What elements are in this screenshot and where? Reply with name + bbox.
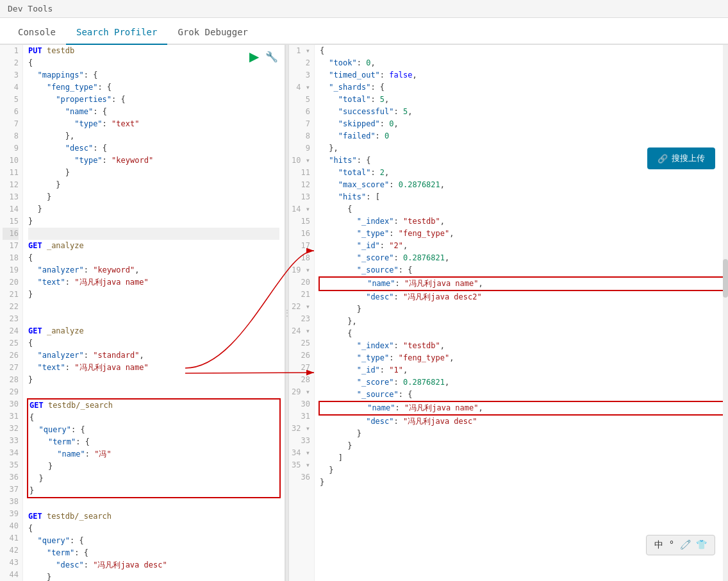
ln-30: 30 (3, 398, 19, 410)
ln-16: 16 (3, 228, 19, 240)
out-line-36: } (320, 476, 723, 489)
ln-4: 4 (3, 81, 19, 94)
output-content[interactable]: 1 ▾ 2 3 4 ▾ 5 6 7 8 9 10 ▾ 11 12 13 14 ▾… (289, 45, 728, 581)
editor-content[interactable]: 1 2 3 4 5 6 7 8 9 10 11 12 13 14 15 16 1… (0, 45, 285, 581)
oln-20: 20 (292, 276, 310, 289)
code-line-33: "term": { (29, 436, 278, 448)
ln-40: 40 (3, 520, 19, 532)
oln-1: 1 ▾ (292, 45, 310, 57)
ln-32: 32 (3, 423, 19, 435)
out-line-18: "_score": 0.2876821, (320, 252, 723, 264)
tab-search-profiler[interactable]: Search Profiler (66, 21, 167, 45)
oln-29: 29 ▾ (292, 386, 310, 398)
oln-22: 22 ▾ (292, 301, 310, 313)
tab-bar: Console Search Profiler Grok Debugger (0, 18, 728, 45)
ln-24: 24 (3, 325, 19, 337)
ln-34: 34 (3, 447, 19, 459)
code-line-24: GET _analyze (28, 325, 279, 337)
oln-32: 32 ▾ (292, 423, 310, 435)
editor-line-numbers: 1 2 3 4 5 6 7 8 9 10 11 12 13 14 15 16 1… (0, 45, 23, 581)
oln-24: 24 ▾ (292, 325, 310, 337)
upload-icon: 🔗 (658, 154, 668, 164)
oln-23: 23 (292, 313, 310, 325)
output-panel: 🔗 搜搜上传 中 ° 🧷 👕 1 ▾ 2 3 4 ▾ 5 6 7 8 9 10 … (289, 45, 728, 581)
code-line-14: } (28, 203, 279, 215)
tab-grok-debugger[interactable]: Grok Debugger (167, 21, 258, 45)
code-line-18: { (28, 252, 279, 264)
code-line-2: { (28, 57, 279, 69)
oln-3: 3 (292, 69, 310, 81)
oln-21: 21 (292, 289, 310, 301)
oln-5: 5 (292, 94, 310, 106)
oln-33: 33 (292, 435, 310, 447)
oln-9: 9 (292, 142, 310, 155)
code-line-41: "query": { (28, 535, 279, 547)
ln-25: 25 (3, 337, 19, 349)
code-line-12: } (28, 179, 279, 191)
ln-7: 7 (3, 118, 19, 130)
out-line-32: } (320, 428, 723, 440)
code-line-11: } (28, 167, 279, 179)
code-line-7: "type": "text" (28, 118, 279, 130)
ln-5: 5 (3, 94, 19, 106)
out-line-26: "_type": "feng_type", (320, 352, 723, 364)
code-line-30: GET testdb/_search (29, 400, 278, 412)
upload-button[interactable]: 🔗 搜搜上传 (647, 147, 715, 169)
oln-4: 4 ▾ (292, 81, 310, 94)
output-box-2: "name": "冯凡利java name", (318, 401, 724, 416)
ln-6: 6 (3, 106, 19, 118)
code-line-43: "desc": "冯凡利java desc" (28, 559, 279, 571)
ln-1: 1 (3, 45, 19, 57)
ln-10: 10 (3, 155, 19, 167)
out-line-1: { (320, 45, 723, 57)
out-line-31: "desc": "冯凡利java desc" (320, 416, 723, 428)
oln-12: 12 (292, 179, 310, 191)
ln-17: 17 (3, 240, 19, 252)
out-line-34: ] (320, 452, 723, 464)
ln-28: 28 (3, 374, 19, 386)
oln-8: 8 (292, 130, 310, 142)
ln-44: 44 (3, 569, 19, 581)
main-content: ▶ 🔧 1 2 3 4 5 6 7 8 9 10 11 12 13 14 15 … (0, 45, 728, 581)
out-line-20: "name": "冯凡利java name", (321, 278, 722, 290)
oln-6: 6 (292, 106, 310, 118)
tab-console[interactable]: Console (8, 21, 66, 45)
oln-14: 14 ▾ (292, 203, 310, 215)
code-line-42: "term": { (28, 547, 279, 559)
ln-37: 37 (3, 484, 19, 496)
out-line-33: } (320, 440, 723, 452)
oln-11: 11 (292, 167, 310, 179)
ln-8: 8 (3, 130, 19, 142)
scrollbar-thumb[interactable] (723, 259, 728, 298)
out-line-8: "failed": 0 (320, 130, 723, 142)
out-line-6: "successful": 5, (320, 106, 723, 118)
oln-7: 7 (292, 118, 310, 130)
oln-27: 27 (292, 362, 310, 374)
oln-25: 25 (292, 337, 310, 349)
settings-button[interactable]: 🔧 (264, 47, 279, 65)
output-line-numbers: 1 ▾ 2 3 4 ▾ 5 6 7 8 9 10 ▾ 11 12 13 14 ▾… (289, 45, 315, 581)
oln-19: 19 ▾ (292, 264, 310, 276)
editor-code-lines[interactable]: PUT testdb { "mappings": { "feng_type": … (23, 45, 285, 581)
code-line-4: "feng_type": { (28, 81, 279, 94)
oln-16: 16 (292, 228, 310, 240)
code-line-31: { (29, 412, 278, 424)
oln-34: 34 ▾ (292, 447, 310, 459)
out-line-22: } (320, 303, 723, 316)
ln-2: 2 (3, 57, 19, 69)
code-line-28: } (28, 374, 279, 386)
upload-label: 搜搜上传 (672, 153, 705, 164)
code-line-34: "name": "冯" (29, 448, 278, 460)
output-scrollbar[interactable] (723, 45, 728, 581)
ln-38: 38 (3, 496, 19, 508)
code-line-25: { (28, 337, 279, 349)
output-box-1: "name": "冯凡利java name", (318, 276, 724, 291)
oln-30: 30 (292, 398, 310, 410)
out-line-15: "_index": "testdb", (320, 215, 723, 228)
title-bar-label: Dev Tools (8, 4, 53, 13)
ime-widget[interactable]: 中 ° 🧷 👕 (646, 535, 715, 555)
run-button[interactable]: ▶ (248, 47, 260, 65)
out-line-30: "name": "冯凡利java name", (321, 402, 722, 414)
out-line-16: "_type": "feng_type", (320, 228, 723, 240)
out-line-5: "total": 5, (320, 94, 723, 106)
